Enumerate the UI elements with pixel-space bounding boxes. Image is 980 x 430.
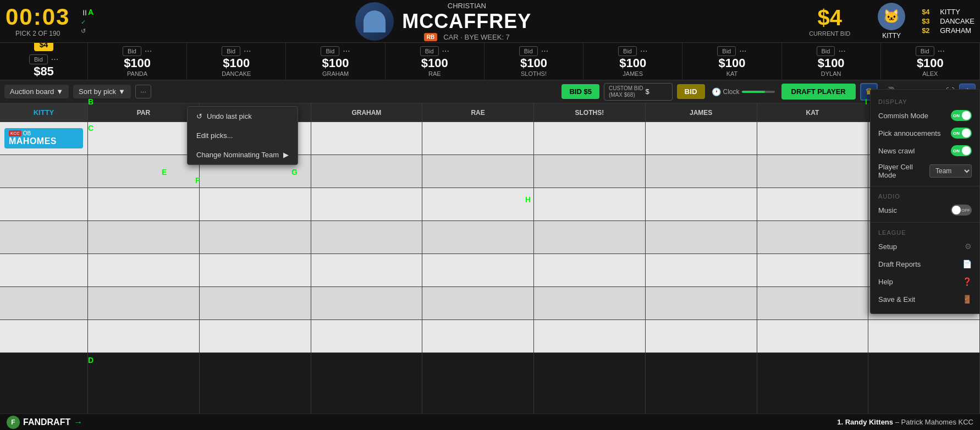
draft-cell-james-4 [646,221,757,254]
top-bid-3-amount: $2 [922,26,935,35]
setup-link-row[interactable]: Setup ⚙ [871,238,979,255]
help-icon: ❓ [962,277,972,286]
league-section-label: LEAGUE [871,226,979,238]
draft-cell-sloths-4 [534,221,645,254]
draft-cell-kitty-3 [0,188,87,221]
logo-icon: F [7,416,20,429]
panda-bid-top: Bid ··· [90,46,184,56]
kat-dots[interactable]: ··· [739,46,746,56]
rae-amount: $100 [421,56,448,70]
james-amount: $100 [619,56,646,70]
news-crawl-row: News crawl [871,142,979,159]
draft-player-button[interactable]: DRAFT PLAYER [781,84,856,100]
draft-cell-kat-1 [757,122,868,155]
kitty-bid-button[interactable]: Bid [29,54,48,64]
commish-mode-row: Commish Mode [871,107,979,124]
dancake-dots[interactable]: ··· [244,46,251,56]
draft-reports-link-row[interactable]: Draft Reports 📄 [871,255,979,273]
dylan-name: DYLAN [821,70,841,77]
change-nominating-team-item[interactable]: Change Nominating Team ▶ [188,145,298,164]
sort-pick-button[interactable]: Sort by pick ▼ [73,85,131,98]
chevron-down-icon: ▼ [56,87,63,96]
player-name-section: CHRISTIAN MCCAFFREY RB CAR · BYE WEEK: 7 [402,2,531,41]
top-bid-2: $3 DANCAKE [922,17,975,25]
bid-5-button[interactable]: BID $5 [561,84,599,99]
save-exit-link-row[interactable]: Save & Exit 🚪 [871,290,979,308]
draft-cell-kat-7 [757,320,868,353]
custom-bid-input[interactable] [646,87,668,96]
alex-dots[interactable]: ··· [938,46,945,56]
panda-bid-button[interactable]: Bid [123,46,141,56]
player-cell-mode-select[interactable]: Team Name Position [929,164,972,178]
draft-column-rae [422,122,534,430]
kitty-dots[interactable]: ··· [51,54,58,64]
music-label: Music [878,206,897,214]
music-toggle[interactable] [951,205,972,216]
pick-announcements-toggle[interactable] [951,128,972,139]
edit-picks-item[interactable]: Edit picks... [188,126,298,145]
setup-label: Setup [878,242,897,251]
draft-cell-kat-4 [757,221,868,254]
draft-cell-dancake-3 [200,188,311,221]
draft-cell-graham-2 [311,155,422,188]
clock-slider[interactable] [742,91,775,93]
refresh-icon[interactable]: ↺ [81,27,89,35]
help-label: Help [878,278,893,286]
player-last-name: MCCAFFREY [402,10,531,33]
toggle-circle [962,111,971,120]
bid-section: $4 CURRENT BID [809,5,850,37]
draft-cell-james-1 [646,122,757,155]
draft-cell-par-3 [88,188,199,221]
kat-bid-button[interactable]: Bid [717,46,736,56]
sloths-amount: $100 [520,56,547,70]
more-options-button[interactable]: ··· [135,85,151,98]
help-link-row[interactable]: Help ❓ [871,273,979,290]
check-icon[interactable]: ✓ [81,19,89,26]
music-row: Music [871,201,979,219]
undo-last-pick-item[interactable]: ↺ Undo last pick [188,107,298,126]
james-dots[interactable]: ··· [640,46,647,56]
news-crawl-toggle[interactable] [951,145,972,156]
kat-name: KAT [726,70,738,77]
kat-amount: $100 [718,56,745,70]
dylan-dots[interactable]: ··· [838,46,845,56]
draft-cell-rae-5 [422,254,533,287]
dylan-amount: $100 [818,56,845,70]
draft-cell-dancake-7 [200,320,311,353]
graham-dots[interactable]: ··· [343,46,350,56]
rae-bid-button[interactable]: Bid [420,46,439,56]
edit-picks-label: Edit picks... [196,131,233,140]
draft-cell-kitty-2 [0,155,87,188]
top-bid-1-name: KITTY [940,8,960,16]
main-toolbar: Auction board ▼ Sort by pick ▼ ··· BID $… [0,80,980,103]
james-bid-top: Bid ··· [586,46,680,56]
sloths-dots[interactable]: ··· [541,46,548,56]
team-col-sloths: SLOTHS! [534,103,646,122]
draft-cell-par-2 [88,155,199,188]
draft-cell-james-7 [646,320,757,353]
audio-section-label: AUDIO [871,190,979,201]
panda-dots[interactable]: ··· [145,46,152,56]
graham-bid-button[interactable]: Bid [321,46,339,56]
team-bid-graham: Bid ··· $100 GRAHAM [286,43,385,80]
draft-cell-par-4 [88,221,199,254]
rae-dots[interactable]: ··· [442,46,449,56]
commish-mode-toggle[interactable] [951,110,972,121]
top-bid-3: $2 GRAHAM [922,26,975,35]
top-bids: $4 KITTY $3 DANCAKE $2 GRAHAM [922,8,975,35]
auction-board-button[interactable]: Auction board ▼ [4,85,69,98]
dylan-bid-button[interactable]: Bid [817,46,835,56]
sloths-bid-button[interactable]: Bid [519,46,538,56]
player-card-name: MAHOMES [9,136,79,146]
bid-button[interactable]: BID [677,84,705,99]
status-suffix: – Patrick Mahomes KCC [895,418,973,426]
rae-name: RAE [428,70,441,77]
james-bid-button[interactable]: Bid [618,46,637,56]
change-nominating-label: Change Nominating Team [196,151,279,159]
draft-cell-sloths-2 [534,155,645,188]
alex-bid-button[interactable]: Bid [916,46,934,56]
team-bid-alex: Bid ··· $100 ALEX [881,43,980,80]
dancake-bid-button[interactable]: Bid [222,46,240,56]
team-bid-panda: Bid ··· $100 PANDA [88,43,187,80]
sort-chevron-icon: ▼ [118,87,125,96]
